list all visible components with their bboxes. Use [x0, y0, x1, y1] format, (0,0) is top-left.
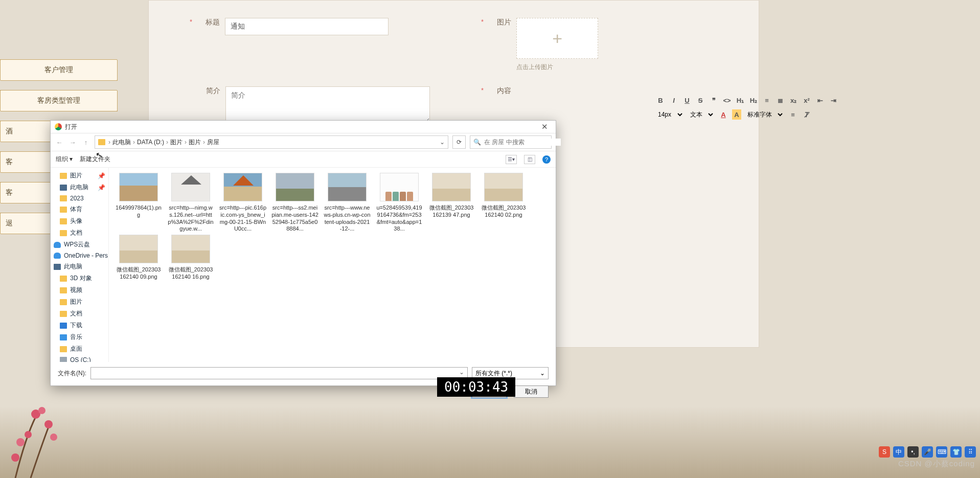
file-name: 微信截图_202303162140 02.png	[480, 204, 527, 219]
ime-button[interactable]: ⠿	[965, 446, 976, 458]
tree-item[interactable]: 桌面	[51, 343, 108, 355]
title-label: 标题	[194, 18, 220, 27]
tree-item[interactable]: 此电脑	[51, 261, 108, 272]
font-family-select[interactable]: 标准字体	[745, 109, 784, 120]
cancel-button[interactable]: 取消	[514, 385, 549, 398]
ime-button[interactable]: 中	[893, 446, 904, 458]
new-folder-button[interactable]: 新建文件夹	[80, 155, 110, 164]
file-grid: 1649997864(1).pngsrc=http---nimg.ws.126.…	[109, 168, 556, 362]
tree-item[interactable]: 视频	[51, 284, 108, 296]
refresh-icon[interactable]: ⟳	[452, 135, 466, 149]
dialog-titlebar: 打开 ✕	[51, 121, 556, 133]
align-icon[interactable]: ≡	[788, 109, 797, 120]
breadcrumb-item[interactable]: 此电脑	[112, 138, 131, 147]
preview-pane-button[interactable]: ◫	[524, 155, 535, 164]
tree-item[interactable]: 头像	[51, 215, 108, 227]
tree-item[interactable]: 2023	[51, 193, 108, 203]
tree-item[interactable]: OS (C:)	[51, 355, 108, 362]
recording-timer: 00:03:43	[437, 377, 515, 397]
dialog-title: 打开	[65, 123, 537, 131]
ime-button[interactable]: •,	[907, 446, 919, 458]
ime-button[interactable]: 👕	[950, 446, 962, 458]
file-name: u=528459539,4199164736&fm=253&fmt=auto&a…	[376, 204, 423, 233]
file-item[interactable]: src=http---pic.616pic.com-ys_bnew_img-00…	[219, 173, 266, 233]
bg-color-icon[interactable]: A	[732, 109, 741, 120]
indent-dec-icon[interactable]: ⇤	[815, 95, 825, 105]
filename-input[interactable]	[94, 368, 464, 379]
required-marker: *	[481, 86, 484, 94]
subscript-icon[interactable]: x₂	[789, 95, 798, 105]
italic-icon[interactable]: I	[669, 95, 678, 105]
pin-icon: 📌	[98, 184, 105, 191]
chevron-down-icon[interactable]: ⌄	[440, 139, 445, 146]
tree-item[interactable]: 体育	[51, 203, 108, 215]
breadcrumb-item[interactable]: 房屋	[207, 138, 219, 147]
bold-icon[interactable]: B	[656, 95, 665, 105]
file-item[interactable]: src=http---nimg.ws.126.net--url=http%3A%…	[167, 173, 214, 233]
file-item[interactable]: src=http---www.news-plus.cn-wp-content-u…	[324, 173, 371, 233]
breadcrumb-item[interactable]: DATA (D:)	[137, 139, 164, 146]
intro-textarea[interactable]	[225, 86, 430, 123]
tree-item-label: 3D 对象	[70, 274, 92, 283]
file-item[interactable]: 微信截图_202303162140 16.png	[167, 235, 214, 281]
title-input[interactable]	[225, 18, 389, 35]
sidebar-item-roomtype[interactable]: 客房类型管理	[0, 90, 118, 111]
quote-icon[interactable]: ❞	[709, 95, 718, 105]
up-icon[interactable]: ↑	[81, 139, 90, 146]
file-item[interactable]: u=528459539,4199164736&fm=253&fmt=auto&a…	[376, 173, 423, 233]
search-input[interactable]	[484, 139, 561, 146]
tree-item[interactable]: 图片📌	[51, 170, 108, 181]
tree-item[interactable]: 图片	[51, 296, 108, 308]
list-ul-icon[interactable]: ≣	[776, 95, 785, 105]
tree-item-label: 文档	[70, 229, 82, 237]
h2-icon[interactable]: H₂	[749, 95, 758, 105]
tree-item[interactable]: 音乐	[51, 331, 108, 343]
back-icon[interactable]: ←	[55, 139, 64, 146]
text-style-select[interactable]: 文本	[688, 109, 715, 120]
intro-label: 简介	[195, 86, 220, 96]
tree-item[interactable]: OneDrive - Pers	[51, 251, 108, 261]
tree-item[interactable]: 此电脑📌	[51, 181, 108, 193]
font-color-icon[interactable]: A	[719, 109, 728, 120]
forward-icon[interactable]: →	[68, 139, 77, 146]
file-item[interactable]: 微信截图_202303162140 09.png	[115, 235, 162, 281]
filename-label: 文件名(N):	[58, 369, 86, 378]
strike-icon[interactable]: S	[696, 95, 705, 105]
search-box[interactable]: 🔍	[470, 135, 552, 149]
file-item[interactable]: 1649997864(1).png	[115, 173, 162, 233]
file-item[interactable]: src=http---ss2.meipian.me-users-14252948…	[271, 173, 318, 233]
content-label: 内容	[486, 86, 511, 96]
organize-menu[interactable]: 组织 ▾	[56, 155, 73, 164]
file-name: 微信截图_202303162140 16.png	[167, 266, 214, 281]
underline-icon[interactable]: U	[682, 95, 692, 105]
tree-item-label: WPS云盘	[64, 240, 90, 249]
tree-item[interactable]: 文档	[51, 308, 108, 320]
code-icon[interactable]: <>	[722, 95, 732, 105]
breadcrumb-item[interactable]: 图片	[189, 138, 201, 147]
image-upload-box[interactable]: +	[516, 18, 598, 59]
tree-item[interactable]: 下载	[51, 320, 108, 331]
tree-item[interactable]: 文档	[51, 227, 108, 239]
clear-format-icon[interactable]: T̷	[802, 109, 811, 120]
ime-button[interactable]: 🎤	[922, 446, 933, 458]
tree-item[interactable]: WPS云盘	[51, 239, 108, 251]
list-ol-icon[interactable]: ≡	[762, 95, 771, 105]
help-icon[interactable]: ?	[542, 155, 551, 164]
breadcrumb-item[interactable]: 图片	[170, 138, 183, 147]
h1-icon[interactable]: H₁	[736, 95, 745, 105]
file-item[interactable]: 微信截图_202303162139 47.png	[428, 173, 475, 233]
tree-item[interactable]: 3D 对象	[51, 272, 108, 284]
file-item[interactable]: 微信截图_202303162140 02.png	[480, 173, 527, 233]
sidebar-item-customer[interactable]: 客户管理	[0, 59, 118, 81]
required-marker: *	[190, 18, 192, 26]
ime-button[interactable]: S	[879, 446, 890, 458]
sidebar-item-label: 酒	[6, 127, 13, 136]
address-bar[interactable]: › 此电脑› DATA (D:)› 图片› 图片› 房屋 ⌄	[95, 135, 448, 149]
superscript-icon[interactable]: x²	[802, 95, 811, 105]
folder-icon	[98, 139, 105, 145]
ime-button[interactable]: ⌨	[936, 446, 947, 458]
close-icon[interactable]: ✕	[537, 122, 552, 131]
indent-inc-icon[interactable]: ⇥	[829, 95, 838, 105]
font-size-select[interactable]: 14px	[656, 109, 684, 120]
view-mode-button[interactable]: ☰▾	[506, 155, 517, 164]
